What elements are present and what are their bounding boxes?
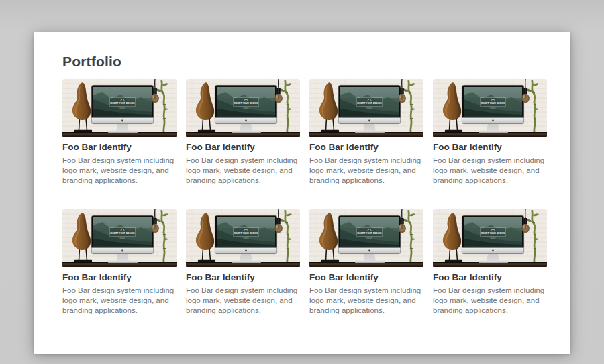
- portfolio-grid: Foo Bar Identify Foo Bar design system i…: [62, 79, 547, 339]
- imac-mockup-image: [186, 209, 300, 267]
- portfolio-item-description: Foo Bar design system including logo mar…: [186, 156, 300, 186]
- imac-mockup-image: [433, 79, 547, 137]
- portfolio-item-title: Foo Bar Identify: [433, 143, 547, 152]
- portfolio-thumbnail[interactable]: [62, 209, 177, 267]
- portfolio-item-title: Foo Bar Identify: [62, 143, 177, 152]
- portfolio-thumbnail[interactable]: [186, 209, 300, 267]
- portfolio-thumbnail[interactable]: [433, 79, 547, 137]
- portfolio-thumbnail[interactable]: [186, 79, 300, 137]
- portfolio-card[interactable]: Foo Bar Identify Foo Bar design system i…: [309, 79, 423, 209]
- portfolio-item-description: Foo Bar design system including logo mar…: [62, 286, 177, 316]
- imac-mockup-image: [309, 209, 423, 267]
- imac-mockup-image: [62, 79, 177, 137]
- imac-mockup-image: [186, 79, 300, 137]
- portfolio-item-title: Foo Bar Identify: [309, 273, 423, 282]
- portfolio-card[interactable]: Foo Bar Identify Foo Bar design system i…: [62, 79, 177, 209]
- portfolio-thumbnail[interactable]: [433, 209, 547, 267]
- portfolio-thumbnail[interactable]: [309, 79, 423, 137]
- portfolio-item-title: Foo Bar Identify: [309, 143, 423, 152]
- portfolio-item-description: Foo Bar design system including logo mar…: [433, 156, 547, 186]
- imac-mockup-image: [309, 79, 423, 137]
- page-title: Portfolio: [62, 53, 547, 70]
- portfolio-item-title: Foo Bar Identify: [62, 273, 177, 282]
- portfolio-card[interactable]: Foo Bar Identify Foo Bar design system i…: [433, 79, 547, 209]
- portfolio-card[interactable]: Foo Bar Identify Foo Bar design system i…: [433, 209, 547, 339]
- portfolio-item-description: Foo Bar design system including logo mar…: [309, 286, 423, 316]
- portfolio-item-title: Foo Bar Identify: [433, 273, 547, 282]
- portfolio-item-description: Foo Bar design system including logo mar…: [433, 286, 547, 316]
- portfolio-card[interactable]: Foo Bar Identify Foo Bar design system i…: [309, 209, 423, 339]
- portfolio-item-title: Foo Bar Identify: [186, 143, 300, 152]
- imac-mockup-image: [433, 209, 547, 267]
- portfolio-thumbnail[interactable]: [62, 79, 177, 137]
- portfolio-item-description: Foo Bar design system including logo mar…: [186, 286, 300, 316]
- portfolio-card[interactable]: Foo Bar Identify Foo Bar design system i…: [186, 79, 300, 209]
- portfolio-item-description: Foo Bar design system including logo mar…: [62, 156, 177, 186]
- portfolio-card[interactable]: Foo Bar Identify Foo Bar design system i…: [186, 209, 300, 339]
- imac-mockup-image: [62, 209, 177, 267]
- portfolio-item-description: Foo Bar design system including logo mar…: [309, 156, 423, 186]
- portfolio-item-title: Foo Bar Identify: [186, 273, 300, 282]
- portfolio-page-card: Portfolio Foo Bar Identify Foo Bar desig…: [34, 32, 570, 354]
- portfolio-thumbnail[interactable]: [309, 209, 423, 267]
- portfolio-card[interactable]: Foo Bar Identify Foo Bar design system i…: [62, 209, 177, 339]
